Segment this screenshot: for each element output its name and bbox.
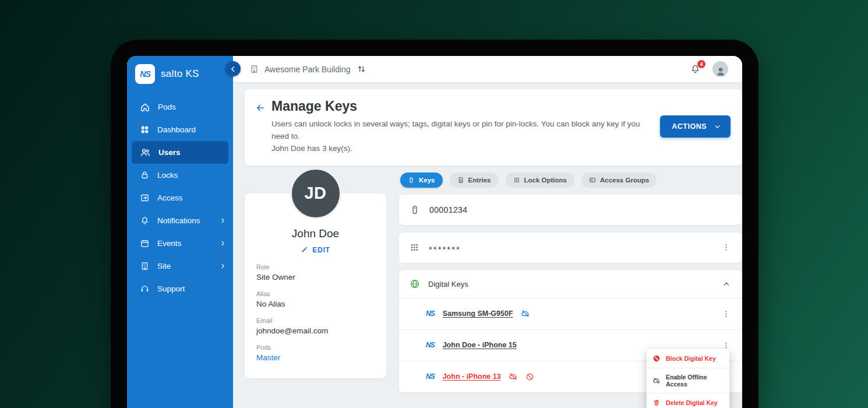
block-icon bbox=[652, 354, 661, 363]
sidebar-item-pods[interactable]: Pods bbox=[127, 96, 233, 118]
topbar-actions: 4 bbox=[690, 61, 728, 77]
device-frame: NS salto KS Pods Dashbo bbox=[111, 40, 758, 408]
field-value: johndoe@email.com bbox=[256, 326, 375, 335]
sidebar-item-label: Site bbox=[157, 262, 171, 270]
user-name: John Doe bbox=[256, 227, 375, 240]
menu-item-block-digital-key[interactable]: Block Digital Key bbox=[647, 349, 729, 368]
sidebar-item-access[interactable]: Access bbox=[127, 187, 233, 209]
sidebar-item-locks[interactable]: Locks bbox=[127, 164, 233, 187]
page-description-line2: John Doe has 3 key(s). bbox=[271, 143, 644, 155]
site-name: Awesome Park Building bbox=[264, 65, 351, 74]
access-icon bbox=[140, 193, 150, 203]
pods-master-link[interactable]: Master bbox=[256, 353, 375, 362]
digital-key-context-menu: Block Digital Key Enable Offline Access … bbox=[647, 349, 729, 408]
pin-key-card: ******* bbox=[399, 233, 742, 263]
sidebar-item-label: Dashboard bbox=[157, 125, 196, 134]
user-profile-card: JD John Doe EDIT Role Site Owner bbox=[245, 194, 386, 378]
chevron-right-icon bbox=[220, 217, 226, 224]
salto-brand-icon: NS bbox=[426, 341, 435, 349]
pin-key-masked-value: ******* bbox=[429, 244, 461, 254]
actions-button-label: ACTIONS bbox=[672, 122, 707, 131]
pin-key-menu-button[interactable] bbox=[719, 241, 733, 254]
menu-item-enable-offline-access[interactable]: Enable Offline Access bbox=[647, 368, 729, 393]
page-content: Manage Keys Users can unlock locks in se… bbox=[233, 82, 742, 408]
digital-key-device-link[interactable]: John Doe - iPhone 15 bbox=[443, 341, 517, 349]
sidebar-item-label: Access bbox=[157, 194, 183, 202]
tag-key-number: 00001234 bbox=[429, 205, 468, 214]
dialpad-icon bbox=[410, 242, 419, 252]
notifications-button[interactable]: 4 bbox=[690, 64, 701, 75]
chevron-up-icon bbox=[722, 280, 731, 288]
digital-key-menu-button[interactable] bbox=[719, 307, 733, 321]
avatar-initials: JD bbox=[304, 184, 326, 203]
sidebar-item-label: Users bbox=[158, 148, 181, 157]
key-tag-icon bbox=[408, 177, 415, 184]
dashboard-icon bbox=[140, 125, 150, 135]
back-button[interactable] bbox=[255, 103, 266, 113]
page-title: Manage Keys bbox=[271, 99, 644, 114]
menu-item-label: Enable Offline Access bbox=[666, 374, 724, 388]
person-icon bbox=[715, 65, 726, 77]
keys-tabs: Keys Entries Lock Options bbox=[400, 173, 742, 188]
digital-keys-collapse-button[interactable] bbox=[720, 277, 733, 290]
document-icon bbox=[457, 177, 464, 184]
kebab-icon bbox=[722, 243, 731, 252]
salto-brand-icon: NS bbox=[426, 372, 435, 381]
salto-brand-icon: NS bbox=[426, 309, 435, 318]
page-description-line1: Users can unlock locks in several ways; … bbox=[271, 118, 644, 143]
kebab-icon bbox=[722, 309, 731, 318]
tab-label: Entries bbox=[468, 177, 491, 184]
globe-icon bbox=[410, 279, 420, 289]
header-text-block: Manage Keys Users can unlock locks in se… bbox=[271, 99, 644, 155]
menu-item-delete-digital-key[interactable]: Delete Digital Key bbox=[647, 393, 729, 408]
menu-item-label: Block Digital Key bbox=[666, 355, 716, 362]
topbar: Awesome Park Building 4 bbox=[233, 56, 742, 82]
sidebar-item-users[interactable]: Users bbox=[132, 141, 228, 164]
tab-label: Access Groups bbox=[600, 177, 649, 184]
profile-field-role: Role Site Owner bbox=[256, 263, 375, 282]
sidebar-item-site[interactable]: Site bbox=[127, 255, 233, 277]
blocked-icon bbox=[525, 372, 534, 381]
user-avatar[interactable] bbox=[712, 61, 728, 77]
field-label: Alias bbox=[256, 290, 375, 297]
sidebar-item-notifications[interactable]: Notifications bbox=[127, 209, 233, 232]
salto-logo-icon: NS bbox=[135, 64, 155, 84]
tab-keys[interactable]: Keys bbox=[400, 173, 443, 188]
home-icon bbox=[140, 102, 150, 112]
profile-column: JD John Doe EDIT Role Site Owner bbox=[245, 194, 386, 378]
tab-access-groups[interactable]: Access Groups bbox=[581, 173, 657, 188]
field-label: Pods bbox=[256, 344, 375, 351]
avatar: JD bbox=[290, 168, 341, 219]
digital-keys-card: Digital Keys NS Samsung SM-G950F bbox=[399, 270, 742, 393]
sidebar-item-events[interactable]: Events bbox=[127, 232, 233, 255]
bell-icon bbox=[140, 216, 150, 226]
sidebar-item-label: Events bbox=[157, 239, 181, 248]
swap-vertical-icon bbox=[357, 64, 366, 74]
chevron-right-icon bbox=[220, 240, 226, 247]
keys-column: Keys Entries Lock Options bbox=[399, 173, 742, 393]
sidebar-collapse-button[interactable] bbox=[225, 61, 241, 76]
edit-button-label: EDIT bbox=[312, 246, 330, 254]
cloud-off-icon bbox=[521, 309, 530, 318]
app-window: NS salto KS Pods Dashbo bbox=[127, 56, 742, 408]
desktop-background: NS salto KS Pods Dashbo bbox=[0, 0, 868, 408]
trash-icon bbox=[652, 399, 661, 407]
tab-lock-options[interactable]: Lock Options bbox=[506, 173, 574, 188]
sidebar: NS salto KS Pods Dashbo bbox=[127, 56, 233, 408]
edit-user-button[interactable]: EDIT bbox=[301, 246, 330, 254]
sidebar-item-support[interactable]: Support bbox=[127, 277, 233, 300]
two-column-layout: JD John Doe EDIT Role Site Owner bbox=[245, 173, 742, 393]
lock-icon bbox=[140, 170, 150, 180]
profile-field-pods: Pods Master bbox=[256, 344, 375, 362]
menu-item-label: Delete Digital Key bbox=[666, 399, 718, 406]
main-area: Awesome Park Building 4 bbox=[233, 56, 742, 408]
tab-label: Lock Options bbox=[524, 177, 567, 184]
digital-key-device-link[interactable]: John - iPhone 13 bbox=[443, 372, 501, 381]
digital-key-device-link[interactable]: Samsung SM-G950F bbox=[443, 309, 513, 318]
chevron-down-icon bbox=[714, 123, 721, 131]
actions-button[interactable]: ACTIONS bbox=[660, 115, 731, 138]
switch-site-button[interactable] bbox=[357, 64, 366, 74]
app-logo-text: salto KS bbox=[161, 68, 199, 80]
sidebar-item-dashboard[interactable]: Dashboard bbox=[127, 118, 233, 141]
tab-entries[interactable]: Entries bbox=[450, 173, 499, 188]
